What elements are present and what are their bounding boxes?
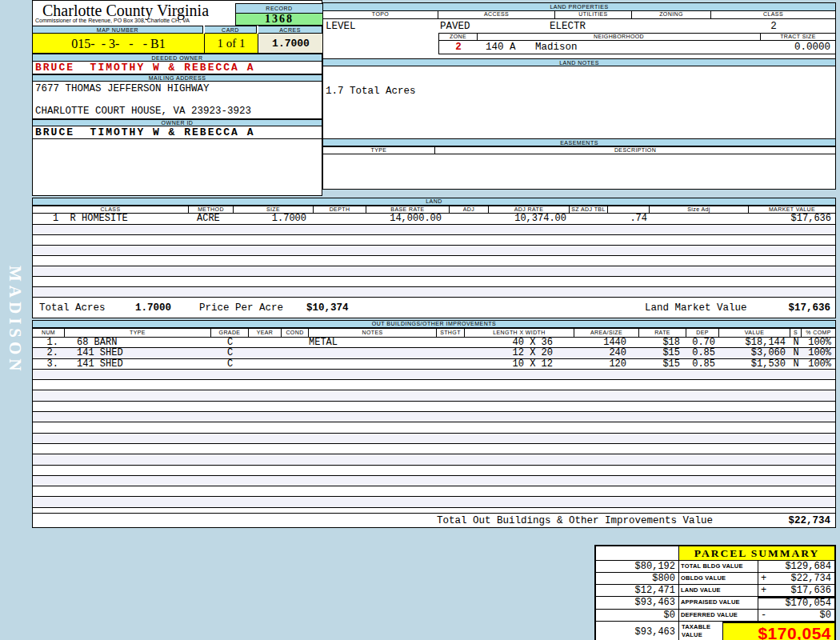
empty-row <box>33 235 835 246</box>
price-per-acre-value: $10,374 <box>306 298 349 318</box>
ob-rate: $15 <box>639 359 686 369</box>
easement-type-header: TYPE <box>323 146 435 154</box>
out-buildings-total-label: Total Out Buildings & Other Improvements… <box>437 514 713 528</box>
class-column-header: CLASS <box>711 11 835 19</box>
empty-row <box>33 266 835 277</box>
summary-sign: + <box>761 573 766 584</box>
zone-label: ZONE <box>439 33 478 41</box>
land-total-row: Total Acres 1.7000 Price Per Acre $10,37… <box>33 298 835 318</box>
access-column-header: ACCESS <box>438 11 555 19</box>
summary-left-value: $93,463 <box>596 597 679 610</box>
ob-type: 141 SHED <box>65 359 211 369</box>
land-adj-rate-value: 10,374.00 <box>489 214 570 224</box>
district-sidebar-label: MADISON <box>5 266 25 375</box>
neighborhood-name: Madison <box>535 42 578 53</box>
summary-left-value: $800 <box>596 573 679 585</box>
empty-row <box>33 287 835 298</box>
summary-header-spacer <box>596 546 679 561</box>
empty-row <box>33 402 835 412</box>
ob-length-width: 40 X 36 <box>465 338 574 347</box>
ob-comp: 100% <box>802 338 835 347</box>
ob-sthgt <box>437 338 465 347</box>
ob-notes: METAL <box>309 338 437 347</box>
summary-row-obldg: $800 OBLDG VALUE + $22,734 <box>596 573 834 585</box>
land-properties-title: LAND PROPERTIES <box>323 3 835 11</box>
summary-value-cell: $170,054 <box>758 597 834 610</box>
topo-value: LEVEL <box>326 21 356 32</box>
ob-notes <box>309 359 437 369</box>
taxable-label: TAXABLE VALUE <box>679 622 723 640</box>
access-value: PAVED <box>440 21 470 32</box>
summary-sign: - <box>761 610 766 621</box>
empty-row <box>33 380 835 390</box>
land-body: 1 R HOMESITE ACRE 1.7000 14,000.00 10,37… <box>33 214 835 298</box>
land-market-value: $17,636 <box>749 214 835 224</box>
empty-row <box>33 412 835 422</box>
summary-value: $0 <box>820 610 831 621</box>
out-building-row: 2. 141 SHED C 12 X 20 240 $15 0.85 $3,06… <box>33 348 835 358</box>
empty-row <box>33 246 835 256</box>
summary-label: APPRAISED VALUE <box>679 597 758 610</box>
total-acres-value: 1.7000 <box>135 298 171 318</box>
empty-row <box>33 422 835 433</box>
ob-rate: $18 <box>639 338 686 347</box>
empty-row <box>33 476 835 486</box>
land-row: 1 R HOMESITE ACRE 1.7000 14,000.00 10,37… <box>33 214 835 225</box>
parcel-summary-title: PARCEL SUMMARY <box>679 546 834 561</box>
map-number-label: MAP NUMBER <box>33 26 203 34</box>
land-properties-panel: LAND PROPERTIES TOPO ACCESS UTILITIES ZO… <box>322 2 836 190</box>
empty-row <box>33 486 835 497</box>
topo-column-header: TOPO <box>323 11 438 19</box>
land-notes-title: LAND NOTES <box>323 58 835 66</box>
ob-year <box>249 359 282 369</box>
utilities-column-header: UTILITIES <box>555 11 632 19</box>
record-value: 1368 <box>235 13 323 26</box>
ob-cond <box>282 348 309 358</box>
empty-row <box>33 454 835 465</box>
summary-label: OBLDG VALUE <box>679 573 758 585</box>
commissioner-line: Commissioner of the Revenue, PO Box 308,… <box>35 18 190 23</box>
ob-area: 240 <box>574 348 639 358</box>
empty-row <box>33 434 835 444</box>
neighborhood-code: 140 A <box>486 42 516 53</box>
summary-value: $129,684 <box>785 561 831 572</box>
land-col-sz-adj-tbl: SZ ADJ TBL <box>570 206 608 214</box>
land-size-adj-value: .74 <box>608 214 650 224</box>
map-number-value: 015- - 3- - - B1 <box>33 34 205 54</box>
ob-value: $3,060 <box>719 348 790 358</box>
ob-dep: 0.85 <box>686 359 719 369</box>
address-line-2: CHARLOTTE COURT HOUSE, VA 23923-3923 <box>35 106 251 117</box>
land-size-value: 1.7000 <box>234 214 314 224</box>
out-building-row: 3. 141 SHED C 10 X 12 120 $15 0.85 $1,53… <box>33 359 835 370</box>
ob-col-sthgt: STHGT <box>437 328 465 338</box>
taxable-value: $170,054 <box>758 624 831 640</box>
empty-row <box>33 466 835 476</box>
taxable-left-value: $93,463 <box>596 622 679 640</box>
tract-size-value: 0.0000 <box>794 42 830 53</box>
empty-row <box>33 390 835 401</box>
summary-value: $170,054 <box>785 598 831 609</box>
ob-value: $18,144 <box>719 338 790 347</box>
ob-area: 120 <box>574 359 639 369</box>
ob-type: 141 SHED <box>65 348 211 358</box>
ob-type: 68 BARN <box>65 338 211 347</box>
mailing-address-box: 7677 THOMAS JEFFERSON HIGHWAY CHARLOTTE … <box>33 82 322 119</box>
land-depth-value <box>314 214 366 224</box>
ob-length-width: 10 X 12 <box>465 359 574 369</box>
ob-length-width: 12 X 20 <box>465 348 574 358</box>
summary-row-land: $12,471 LAND VALUE + $17,636 <box>596 585 834 597</box>
ob-grade: C <box>211 338 249 347</box>
summary-row-total-bldg: $80,192 TOTAL BLDG VALUE $129,684 <box>596 561 834 573</box>
summary-left-value: $0 <box>596 610 679 622</box>
deeded-owner-value: BRUCE TIMOTHY W & REBECCA A <box>33 62 322 74</box>
out-buildings-panel: OUT BUILDINGS/OTHER IMPROVEMENTS NUM TYP… <box>32 320 836 528</box>
land-col-adj: ADJ <box>450 206 489 214</box>
land-size-adj-spacer <box>650 214 749 224</box>
neighborhood-label: NEIGHBORHOOD <box>478 33 761 41</box>
ob-num: 2. <box>33 348 65 358</box>
ob-cond <box>282 338 309 347</box>
land-market-value-total: $17,636 <box>788 298 830 318</box>
ob-value: $1,530 <box>719 359 790 369</box>
out-buildings-total-value: $22,734 <box>788 514 830 528</box>
zone-header-row: ZONE NEIGHBORHOOD TRACT SIZE <box>438 33 835 41</box>
